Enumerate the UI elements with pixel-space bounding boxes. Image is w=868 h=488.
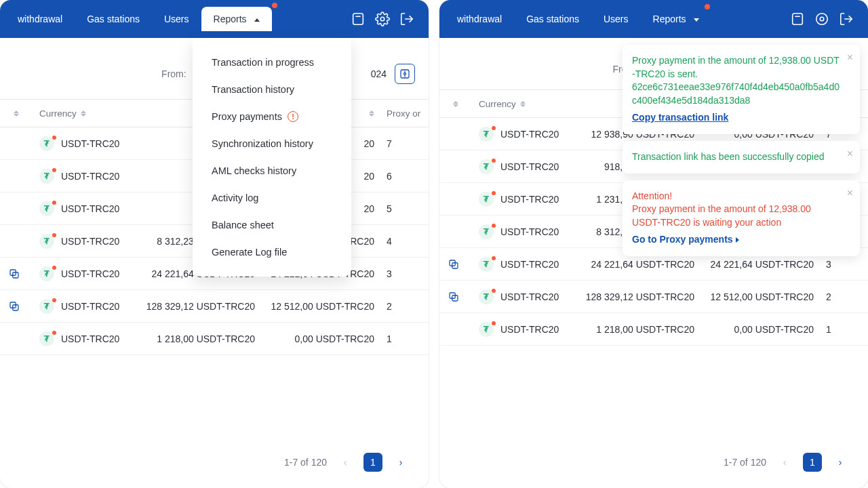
alert-icon: !: [288, 111, 298, 122]
pagination: 1-7 of 120 ‹ 1 ›: [724, 453, 849, 472]
settings-icon[interactable]: [814, 11, 830, 27]
coin-icon: ₮: [39, 201, 54, 216]
svg-point-20: [820, 17, 824, 21]
dropdown-transaction-in-progress[interactable]: Transaction in progress: [193, 49, 351, 76]
navbar: withdrawal Gas stations Users Reports: [439, 0, 868, 38]
sort-icon[interactable]: [453, 101, 458, 107]
copy-transaction-link[interactable]: Copy transaction link: [632, 111, 728, 125]
row-number: 1: [381, 333, 422, 344]
nav-users[interactable]: Users: [152, 7, 201, 31]
chevron-right-icon: [736, 237, 739, 243]
table-row: ₮USDT-TRC20 128 329,12 USDT-TRC20 12 512…: [439, 281, 868, 313]
toast-message: Proxy payment in the amount of 12,938.00…: [632, 203, 841, 229]
dropdown-generate-log[interactable]: Generate Log file: [193, 239, 351, 266]
initial-value: 128 329,12 USDT-TRC20: [133, 301, 262, 312]
currency-value: USDT-TRC20: [500, 226, 559, 237]
pager-prev[interactable]: ‹: [776, 453, 793, 471]
pager-next[interactable]: ›: [831, 453, 849, 471]
svg-point-8: [380, 17, 384, 21]
svg-point-11: [404, 73, 406, 75]
table-row: ₮USDT-TRC20 128 329,12 USDT-TRC20 12 512…: [0, 290, 429, 323]
row-number: 5: [381, 203, 422, 214]
dropdown-transaction-history[interactable]: Transaction history: [193, 76, 351, 103]
pager-current[interactable]: 1: [803, 453, 822, 472]
pager-range: 1-7 of 120: [284, 457, 327, 468]
nav-reports-label: Reports: [214, 14, 247, 24]
close-icon[interactable]: ×: [847, 186, 853, 201]
sent-value: 0,00 USDT-TRC20: [701, 324, 821, 335]
close-icon[interactable]: ×: [847, 50, 853, 65]
logout-icon[interactable]: [838, 11, 854, 27]
nav-withdrawal[interactable]: withdrawal: [5, 7, 75, 31]
coin-icon: ₮: [479, 322, 494, 337]
sort-icon[interactable]: [14, 110, 19, 117]
nav-gas-stations[interactable]: Gas stations: [514, 7, 591, 31]
toast-payment-sent: × Proxy payment in the amount of 12,938.…: [623, 45, 860, 134]
reports-dropdown: Transaction in progress Transaction hist…: [193, 38, 351, 277]
nav-actions: [350, 11, 423, 27]
date-fragment: 024: [371, 68, 387, 79]
settings-icon[interactable]: [374, 11, 391, 27]
toast-attention: × Attention! Proxy payment in the amount…: [623, 180, 860, 256]
pager-prev[interactable]: ‹: [336, 453, 354, 471]
table-row: ₮USDT-TRC20 1 218,00 USDT-TRC20 0,00 USD…: [439, 313, 868, 346]
pager-next[interactable]: ›: [392, 453, 410, 471]
currency-value: USDT-TRC20: [61, 333, 119, 344]
nav-users[interactable]: Users: [591, 7, 641, 31]
nav-reports[interactable]: Reports: [641, 7, 712, 31]
row-number: 3: [821, 259, 861, 270]
coin-icon: ₮: [39, 299, 54, 314]
row-number: 3: [381, 268, 422, 279]
dropdown-activity-log[interactable]: Activity log: [193, 184, 351, 211]
panel-right: withdrawal Gas stations Users Reports Fr…: [439, 0, 868, 488]
notification-dot-icon: [272, 3, 277, 8]
coin-icon: ₮: [479, 159, 494, 174]
currency-value: USDT-TRC20: [61, 203, 119, 214]
logout-icon[interactable]: [399, 11, 415, 27]
currency-value: USDT-TRC20: [61, 268, 119, 279]
initial-value: 1 218,00 USDT-TRC20: [133, 333, 262, 344]
caret-down-icon: [694, 18, 699, 22]
svg-point-21: [816, 14, 828, 25]
coin-icon: ₮: [39, 169, 54, 184]
navbar: withdrawal Gas stations Users Reports: [0, 0, 429, 38]
initial-value: 128 329,12 USDT-TRC20: [572, 291, 701, 302]
pager-current[interactable]: 1: [363, 453, 382, 472]
dropdown-proxy-payments[interactable]: Proxy payments !: [193, 103, 351, 130]
sent-value: 24 221,64 USDT-TRC20: [701, 259, 821, 270]
pagination: 1-7 of 120 ‹ 1 ›: [284, 453, 410, 472]
goto-proxy-payments-link[interactable]: Go to Proxy payments: [632, 233, 739, 247]
row-number: 2: [381, 301, 422, 312]
sort-icon: [520, 101, 526, 107]
col-proxy[interactable]: Proxy or: [381, 108, 422, 119]
dropdown-aml-checks[interactable]: AML checks history: [193, 157, 351, 184]
nav-gas-stations[interactable]: Gas stations: [75, 7, 152, 31]
sort-icon[interactable]: [369, 110, 374, 117]
sent-value: 0,00 USDT-TRC20: [262, 333, 381, 344]
coin-icon: ₮: [39, 234, 54, 249]
col-currency[interactable]: Currency: [468, 99, 572, 109]
calculator-icon[interactable]: [350, 11, 366, 27]
row-number: 7: [381, 138, 422, 149]
initial-value: 24 221,64 USDT-TRC20: [572, 259, 701, 270]
filter-settings-button[interactable]: [395, 64, 415, 84]
nav-withdrawal[interactable]: withdrawal: [445, 7, 514, 31]
row-number: 4: [381, 236, 422, 247]
close-icon[interactable]: ×: [847, 146, 853, 161]
panel-left: withdrawal Gas stations Users Reports Tr…: [0, 0, 429, 488]
dropdown-balance-sheet[interactable]: Balance sheet: [193, 211, 351, 239]
coin-icon: ₮: [39, 136, 54, 151]
caret-up-icon: [254, 18, 260, 22]
copy-icon[interactable]: [8, 268, 20, 280]
table-row: ₮USDT-TRC20 1 218,00 USDT-TRC20 0,00 USD…: [0, 323, 429, 355]
col-currency[interactable]: Currency: [28, 108, 133, 119]
calculator-icon[interactable]: [789, 11, 806, 27]
copy-icon[interactable]: [448, 258, 460, 270]
copy-icon[interactable]: [8, 300, 20, 312]
copy-icon[interactable]: [448, 291, 460, 303]
currency-value: USDT-TRC20: [61, 138, 119, 149]
dropdown-sync-history[interactable]: Synchronization history: [193, 130, 351, 157]
sent-value: 12 512,00 USDT-TRC20: [701, 291, 821, 302]
currency-value: USDT-TRC20: [61, 301, 119, 312]
nav-reports[interactable]: Reports: [201, 7, 273, 31]
